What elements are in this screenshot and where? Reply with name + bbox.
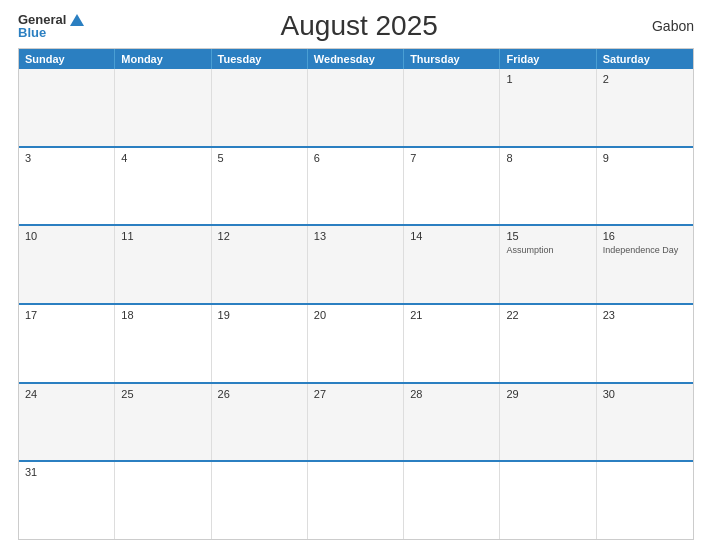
calendar-cell [404, 462, 500, 539]
col-thursday: Thursday [404, 49, 500, 69]
day-number: 29 [506, 388, 589, 400]
calendar-cell: 17 [19, 305, 115, 382]
calendar-cell: 30 [597, 384, 693, 461]
day-number: 15 [506, 230, 589, 242]
calendar-cell: 22 [500, 305, 596, 382]
day-number: 9 [603, 152, 687, 164]
col-friday: Friday [500, 49, 596, 69]
col-sunday: Sunday [19, 49, 115, 69]
calendar-cell: 29 [500, 384, 596, 461]
calendar-cell: 24 [19, 384, 115, 461]
calendar-cell: 8 [500, 148, 596, 225]
calendar-cell: 28 [404, 384, 500, 461]
calendar-cell [500, 462, 596, 539]
calendar-cell: 21 [404, 305, 500, 382]
calendar-cell [404, 69, 500, 146]
day-number: 25 [121, 388, 204, 400]
day-number: 11 [121, 230, 204, 242]
calendar-cell [597, 462, 693, 539]
logo: General Blue [18, 13, 84, 39]
calendar-week-2: 101112131415Assumption16Independence Day [19, 224, 693, 303]
calendar-week-1: 3456789 [19, 146, 693, 225]
col-monday: Monday [115, 49, 211, 69]
calendar-cell: 26 [212, 384, 308, 461]
day-number: 26 [218, 388, 301, 400]
day-number: 13 [314, 230, 397, 242]
day-number: 23 [603, 309, 687, 321]
calendar-cell: 19 [212, 305, 308, 382]
day-number: 5 [218, 152, 301, 164]
calendar-cell [212, 69, 308, 146]
calendar-cell [212, 462, 308, 539]
calendar-cell: 14 [404, 226, 500, 303]
calendar-title: August 2025 [84, 10, 634, 42]
page: General Blue August 2025 Gabon Sunday Mo… [0, 0, 712, 550]
calendar-cell [115, 69, 211, 146]
calendar-cell: 10 [19, 226, 115, 303]
logo-blue-text: Blue [18, 26, 84, 39]
calendar-cell: 20 [308, 305, 404, 382]
day-number: 12 [218, 230, 301, 242]
day-number: 21 [410, 309, 493, 321]
calendar-cell: 13 [308, 226, 404, 303]
day-number: 19 [218, 309, 301, 321]
header: General Blue August 2025 Gabon [18, 10, 694, 42]
day-number: 30 [603, 388, 687, 400]
calendar-cell: 6 [308, 148, 404, 225]
calendar-cell: 18 [115, 305, 211, 382]
day-number: 6 [314, 152, 397, 164]
col-tuesday: Tuesday [212, 49, 308, 69]
day-number: 18 [121, 309, 204, 321]
calendar-cell: 11 [115, 226, 211, 303]
day-number: 10 [25, 230, 108, 242]
day-number: 16 [603, 230, 687, 242]
calendar-week-0: 12 [19, 69, 693, 146]
calendar-cell: 9 [597, 148, 693, 225]
calendar-cell: 1 [500, 69, 596, 146]
calendar-cell: 27 [308, 384, 404, 461]
calendar-week-5: 31 [19, 460, 693, 539]
calendar-week-4: 24252627282930 [19, 382, 693, 461]
day-number: 31 [25, 466, 108, 478]
col-wednesday: Wednesday [308, 49, 404, 69]
calendar-cell: 3 [19, 148, 115, 225]
calendar: Sunday Monday Tuesday Wednesday Thursday… [18, 48, 694, 540]
col-saturday: Saturday [597, 49, 693, 69]
calendar-cell: 12 [212, 226, 308, 303]
day-number: 22 [506, 309, 589, 321]
calendar-cell [19, 69, 115, 146]
day-number: 14 [410, 230, 493, 242]
day-number: 28 [410, 388, 493, 400]
calendar-cell [308, 462, 404, 539]
day-event: Assumption [506, 245, 589, 255]
logo-triangle-icon [70, 14, 84, 26]
day-event: Independence Day [603, 245, 687, 255]
calendar-cell: 5 [212, 148, 308, 225]
day-number: 20 [314, 309, 397, 321]
day-number: 24 [25, 388, 108, 400]
calendar-cell: 4 [115, 148, 211, 225]
calendar-week-3: 17181920212223 [19, 303, 693, 382]
calendar-cell: 2 [597, 69, 693, 146]
calendar-cell: 16Independence Day [597, 226, 693, 303]
calendar-cell: 31 [19, 462, 115, 539]
day-number: 2 [603, 73, 687, 85]
calendar-cell: 15Assumption [500, 226, 596, 303]
calendar-body: 123456789101112131415Assumption16Indepen… [19, 69, 693, 539]
calendar-cell: 25 [115, 384, 211, 461]
country-label: Gabon [634, 18, 694, 34]
calendar-cell [115, 462, 211, 539]
calendar-header-row: Sunday Monday Tuesday Wednesday Thursday… [19, 49, 693, 69]
calendar-cell: 23 [597, 305, 693, 382]
day-number: 4 [121, 152, 204, 164]
day-number: 7 [410, 152, 493, 164]
day-number: 27 [314, 388, 397, 400]
calendar-cell [308, 69, 404, 146]
day-number: 1 [506, 73, 589, 85]
calendar-cell: 7 [404, 148, 500, 225]
day-number: 17 [25, 309, 108, 321]
day-number: 3 [25, 152, 108, 164]
day-number: 8 [506, 152, 589, 164]
